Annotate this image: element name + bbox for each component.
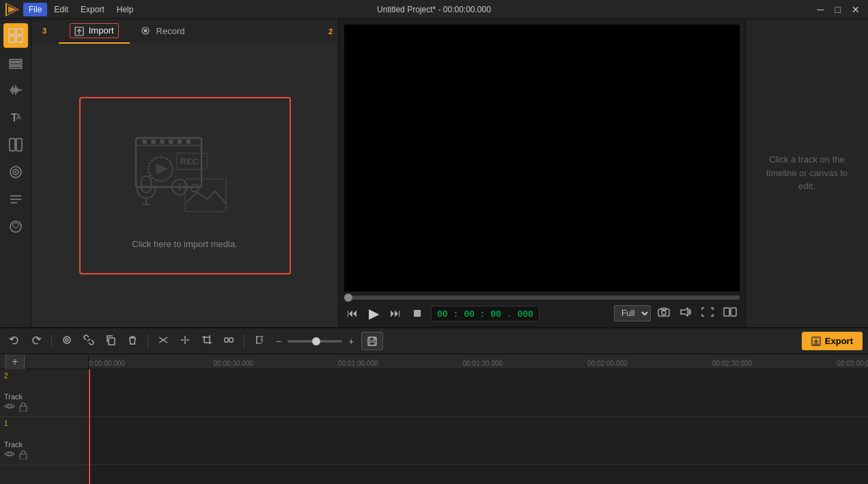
split-button[interactable] — [176, 332, 194, 350]
close-button[interactable]: ✕ — [849, 4, 863, 15]
import-label: Import — [89, 25, 114, 35]
undo-button[interactable] — [5, 332, 23, 350]
progress-thumb[interactable] — [344, 294, 352, 302]
svg-rect-21 — [10, 139, 15, 151]
crop-button[interactable] — [198, 332, 216, 350]
sidebar-item-text[interactable]: T A — [3, 105, 28, 130]
svg-point-34 — [143, 29, 147, 33]
play-button[interactable]: ▶ — [366, 304, 382, 323]
svg-rect-41 — [177, 139, 181, 143]
svg-rect-50 — [185, 179, 226, 212]
zoom-slider[interactable] — [288, 340, 342, 343]
svg-marker-44 — [156, 164, 168, 175]
redo-button[interactable] — [27, 332, 45, 350]
step-forward-button[interactable]: ⏭ — [387, 306, 404, 321]
dual-screen-button[interactable] — [720, 306, 740, 321]
svg-point-56 — [662, 311, 666, 315]
sidebar: T A — [0, 19, 31, 327]
track-icons-1 — [4, 450, 84, 461]
zoom-out-button[interactable]: − — [272, 333, 285, 350]
badge-2-label: 2 — [328, 27, 338, 35]
svg-text:A: A — [16, 113, 21, 121]
track-name-1: Track — [4, 440, 84, 449]
copy-button[interactable] — [102, 332, 120, 350]
svg-point-26 — [14, 171, 16, 173]
sidebar-item-mask[interactable] — [3, 214, 28, 239]
step-back-button[interactable]: ⏮ — [344, 306, 361, 321]
svg-marker-58 — [681, 308, 688, 316]
track-icons-2 — [4, 402, 84, 414]
quality-select[interactable]: Full 1/2 1/4 — [614, 305, 651, 322]
track-row-2 — [89, 369, 868, 417]
svg-rect-74 — [229, 338, 233, 342]
svg-rect-3 — [9, 29, 15, 35]
progress-bar[interactable] — [344, 296, 740, 300]
menubar: File Edit Export Help — [23, 3, 139, 16]
svg-point-62 — [66, 339, 68, 341]
sidebar-item-audio[interactable] — [3, 78, 28, 102]
menu-edit[interactable]: Edit — [48, 3, 74, 16]
video-canvas — [344, 25, 740, 291]
sidebar-item-stickers[interactable] — [3, 187, 28, 212]
svg-text:REC: REC — [180, 156, 198, 167]
track-lock-2[interactable] — [19, 402, 27, 414]
ruler-mark-2: 00:01:00.000 — [338, 360, 378, 367]
track-eye-1[interactable] — [4, 450, 15, 461]
tab-import[interactable]: Import — [59, 19, 129, 44]
snapshot-button[interactable] — [655, 306, 673, 321]
flag-button[interactable] — [251, 332, 268, 350]
sidebar-item-transitions[interactable] — [3, 132, 28, 157]
timeline-ruler[interactable]: 0:00:00.000 00:00:30.000 00:01:00.000 00… — [89, 354, 868, 369]
sidebar-item-effects[interactable] — [3, 160, 28, 184]
link-button[interactable] — [80, 332, 98, 350]
track-row-1 — [89, 417, 868, 465]
track-lock-1[interactable] — [19, 450, 27, 461]
timeline-tracks — [89, 369, 868, 484]
svg-rect-9 — [10, 66, 22, 68]
maximize-button[interactable]: □ — [832, 4, 843, 15]
menu-file[interactable]: File — [23, 3, 47, 16]
stop-button[interactable]: ⏹ — [409, 306, 425, 321]
zoom-in-button[interactable]: + — [345, 333, 357, 350]
tab-number-3: 3 — [31, 19, 59, 44]
track-label-1: 1 Track — [0, 417, 88, 465]
svg-rect-4 — [16, 29, 23, 35]
track-number-1: 1 — [4, 420, 8, 427]
sidebar-item-media[interactable] — [3, 23, 28, 48]
volume-button[interactable] — [677, 306, 695, 321]
minimize-button[interactable]: ─ — [815, 4, 827, 15]
timeline-ruler-area: 0:00:00.000 00:00:30.000 00:01:00.000 00… — [89, 354, 868, 484]
svg-point-83 — [8, 405, 12, 408]
ruler-mark-3: 00:01:30.000 — [463, 360, 503, 367]
save-button[interactable] — [361, 332, 383, 351]
speed-button[interactable] — [220, 332, 238, 350]
add-track-button[interactable]: + — [5, 354, 25, 371]
ruler-mark-4: 00:02:00.000 — [587, 360, 627, 367]
svg-rect-37 — [142, 139, 146, 143]
tab-record[interactable]: Record — [130, 19, 196, 44]
sidebar-item-layers[interactable] — [3, 51, 28, 75]
delete-button[interactable] — [124, 332, 141, 350]
cut-button[interactable] — [154, 332, 172, 350]
svg-rect-40 — [169, 139, 173, 143]
ruler-mark-5: 00:02:30.000 — [712, 360, 752, 367]
timeline-body: + 2 Track — [0, 354, 868, 484]
zoom-slider-thumb[interactable] — [312, 337, 320, 345]
controls-row: ⏮ ▶ ⏭ ⏹ 00 : 00 : 00 . 000 Full 1/2 1/4 — [344, 304, 740, 323]
toolbar-separator-2 — [148, 334, 148, 348]
track-labels: + 2 Track — [0, 354, 89, 484]
badge-3: 3 — [42, 27, 46, 35]
import-media-area[interactable]: REC Click — [79, 97, 291, 274]
svg-point-51 — [191, 184, 198, 192]
snap-button[interactable] — [58, 332, 76, 350]
menu-help[interactable]: Help — [111, 3, 139, 16]
track-eye-2[interactable] — [4, 402, 15, 414]
properties-hint-text: Click a track on the timeline or canvas … — [757, 153, 857, 193]
controls-right: Full 1/2 1/4 — [614, 305, 740, 322]
main-area: T A — [0, 19, 868, 327]
menu-export[interactable]: Export — [75, 3, 110, 16]
playhead[interactable] — [89, 369, 90, 484]
svg-rect-47 — [141, 176, 151, 193]
fullscreen-button[interactable] — [699, 306, 716, 321]
export-button[interactable]: Export — [802, 332, 863, 350]
